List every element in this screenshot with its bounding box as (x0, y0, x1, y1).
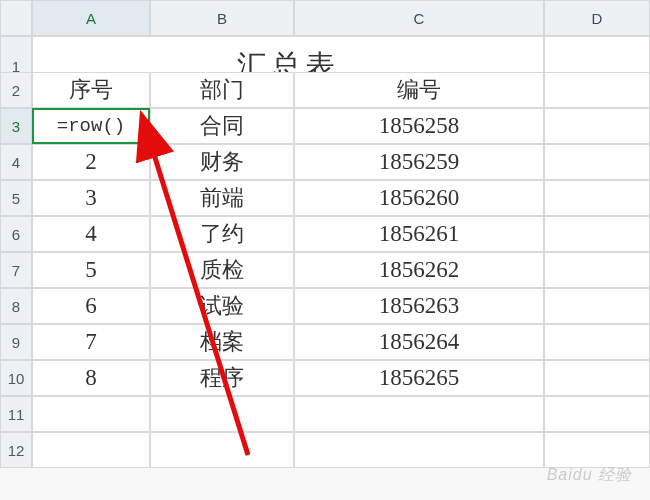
cell-d9[interactable] (544, 324, 650, 360)
cell-b12[interactable] (150, 432, 294, 468)
cell-c9[interactable]: 1856264 (294, 324, 544, 360)
cell-d10[interactable] (544, 360, 650, 396)
cell-c10[interactable]: 1856265 (294, 360, 544, 396)
cell-b6[interactable]: 了约 (150, 216, 294, 252)
cell-b4[interactable]: 财务 (150, 144, 294, 180)
cell-c3[interactable]: 1856258 (294, 108, 544, 144)
cell-b11[interactable] (150, 396, 294, 432)
cell-c7[interactable]: 1856262 (294, 252, 544, 288)
row-header-7[interactable]: 7 (0, 252, 32, 288)
cell-c6[interactable]: 1856261 (294, 216, 544, 252)
col-header-b[interactable]: B (150, 0, 294, 36)
watermark: Baidu 经验 (547, 465, 632, 486)
header-dept[interactable]: 部门 (150, 72, 294, 108)
cell-a11[interactable] (32, 396, 150, 432)
cell-c4[interactable]: 1856259 (294, 144, 544, 180)
header-seq[interactable]: 序号 (32, 72, 150, 108)
cell-d3[interactable] (544, 108, 650, 144)
cell-b9[interactable]: 档案 (150, 324, 294, 360)
cell-a10[interactable]: 8 (32, 360, 150, 396)
cell-b7[interactable]: 质检 (150, 252, 294, 288)
cell-c8[interactable]: 1856263 (294, 288, 544, 324)
cell-a4[interactable]: 2 (32, 144, 150, 180)
row-header-10[interactable]: 10 (0, 360, 32, 396)
cell-c5[interactable]: 1856260 (294, 180, 544, 216)
row-header-3[interactable]: 3 (0, 108, 32, 144)
cell-d6[interactable] (544, 216, 650, 252)
cell-b8[interactable]: 试验 (150, 288, 294, 324)
cell-b5[interactable]: 前端 (150, 180, 294, 216)
select-all-corner[interactable] (0, 0, 32, 36)
cell-d2[interactable] (544, 72, 650, 108)
cell-a9[interactable]: 7 (32, 324, 150, 360)
cell-a5[interactable]: 3 (32, 180, 150, 216)
cell-d11[interactable] (544, 396, 650, 432)
row-header-9[interactable]: 9 (0, 324, 32, 360)
cell-b3[interactable]: 合同 (150, 108, 294, 144)
row-header-2[interactable]: 2 (0, 72, 32, 108)
cell-d5[interactable] (544, 180, 650, 216)
header-code-label: 编号 (397, 75, 441, 105)
row-header-11[interactable]: 11 (0, 396, 32, 432)
cell-a7[interactable]: 5 (32, 252, 150, 288)
cell-a8[interactable]: 6 (32, 288, 150, 324)
spreadsheet-grid: A B C D 1 汇总表 2 序号 部门 编号 3 =row() 合同 185… (0, 0, 650, 468)
header-code[interactable]: 编号 (294, 72, 544, 108)
header-dept-label: 部门 (200, 75, 244, 105)
cell-d12[interactable] (544, 432, 650, 468)
cell-d8[interactable] (544, 288, 650, 324)
row-header-4[interactable]: 4 (0, 144, 32, 180)
cell-a12[interactable] (32, 432, 150, 468)
col-header-c[interactable]: C (294, 0, 544, 36)
cell-d7[interactable] (544, 252, 650, 288)
col-header-d[interactable]: D (544, 0, 650, 36)
cell-d4[interactable] (544, 144, 650, 180)
cell-a3-active[interactable]: =row() (32, 108, 150, 144)
cell-c11[interactable] (294, 396, 544, 432)
row-header-8[interactable]: 8 (0, 288, 32, 324)
row-header-5[interactable]: 5 (0, 180, 32, 216)
row-header-6[interactable]: 6 (0, 216, 32, 252)
header-seq-label: 序号 (69, 75, 113, 105)
cell-c12[interactable] (294, 432, 544, 468)
col-header-a[interactable]: A (32, 0, 150, 36)
cell-a6[interactable]: 4 (32, 216, 150, 252)
cell-b10[interactable]: 程序 (150, 360, 294, 396)
row-header-12[interactable]: 12 (0, 432, 32, 468)
